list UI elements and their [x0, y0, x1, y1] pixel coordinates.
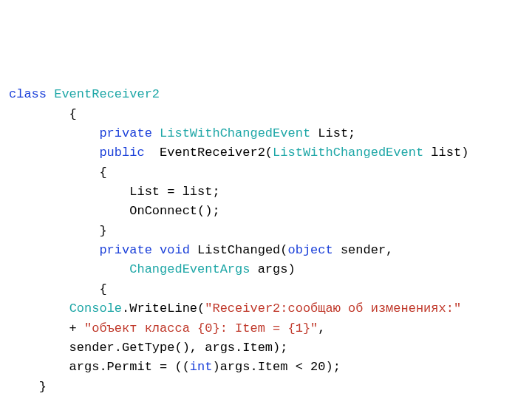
code-text: args) [258, 262, 296, 276]
code-block: class EventReceiver2 { private ListWithC… [9, 85, 523, 399]
keyword-class: class [9, 87, 54, 101]
code-text: , [318, 321, 325, 335]
line-12: Console.WriteLine("Receiver2:сообщаю об … [9, 301, 461, 316]
code-text: + [9, 321, 84, 335]
keyword-private: private [9, 243, 160, 257]
code-text: List; [318, 126, 355, 140]
code-text: sender, [341, 243, 393, 257]
line-1: class EventReceiver2 [9, 87, 160, 101]
line-13: + "объект класса {0}: Item = {1}", [9, 321, 326, 335]
keyword-object: object [287, 243, 340, 257]
line-6: List = list; [9, 185, 220, 199]
line-16: } [9, 380, 47, 394]
line-15: args.Permit = ((int)args.Item < 20); [9, 360, 341, 374]
code-text: )args.Item < 20); [212, 360, 340, 374]
keyword-private: private [9, 126, 160, 140]
method-name: ListChanged( [197, 243, 287, 257]
type-name: ListWithChangedEvent [160, 126, 318, 140]
keyword-public: public [9, 146, 160, 160]
string-literal: "Receiver2:сообщаю об изменениях:" [205, 301, 461, 316]
keyword-void: void [160, 243, 197, 257]
line-9: private void ListChanged(object sender, [9, 243, 393, 257]
line-4: public EventReceiver2(ListWithChangedEve… [9, 146, 468, 160]
code-text: args.Permit = (( [9, 360, 190, 374]
line-11: { [9, 282, 107, 296]
ctor-name: EventReceiver2( [160, 146, 273, 160]
line-5: { [9, 166, 107, 180]
code-text: .WriteLine( [122, 301, 205, 316]
line-2: { [9, 107, 77, 121]
string-literal: "объект класса {0}: Item = {1}" [84, 321, 318, 335]
keyword-int: int [190, 360, 213, 374]
type-name: ListWithChangedEvent [273, 146, 431, 160]
line-8: } [9, 224, 107, 238]
line-10: ChangedEventArgs args) [9, 262, 296, 276]
line-7: OnConnect(); [9, 204, 220, 218]
type-name: EventReceiver2 [54, 87, 160, 101]
code-text [9, 301, 69, 316]
line-14: sender.GetType(), args.Item); [9, 341, 287, 355]
line-3: private ListWithChangedEvent List; [9, 126, 355, 140]
type-console: Console [69, 301, 122, 316]
type-name: ChangedEventArgs [9, 262, 258, 276]
code-text: list) [431, 146, 468, 160]
